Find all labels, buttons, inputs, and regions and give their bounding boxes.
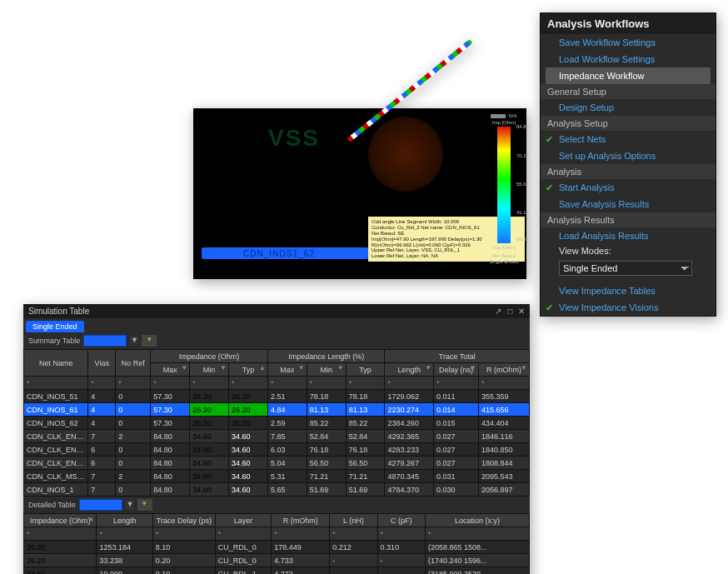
col-len-min[interactable]: Min▼ [307, 363, 346, 377]
table-row[interactable]: CDN_CLK_EN_[1]7284.8034.6034.607.8552.84… [24, 430, 530, 443]
detailed-filter-field[interactable] [79, 499, 122, 511]
section-analysis-results: Analysis Results [541, 212, 716, 227]
save-workflow-settings-link[interactable]: Save Workflow Settings [541, 34, 716, 51]
table-row[interactable]: 34.6010.0000.10CU_RDL_14.272--(3185.000 … [24, 567, 530, 575]
legend-na-swatch [491, 114, 506, 118]
dcol-layer[interactable]: Layer [215, 514, 271, 527]
check-icon: ✔ [546, 134, 553, 145]
detailed-filter-row[interactable]: ** ** ** ** [24, 527, 530, 541]
load-workflow-settings-link[interactable]: Load Workflow Settings [541, 51, 716, 67]
legend-unit: Imp [Ohm] [492, 120, 516, 125]
table-row[interactable]: 26.201253.1848.10CU_RDL_0178.4490.2120.3… [24, 541, 530, 554]
table-row[interactable]: CDN_INOS_614057.3026.2026.204.8481.1381.… [24, 403, 530, 417]
col-imp-max[interactable]: Max▼ [151, 363, 190, 377]
summary-filter-field[interactable] [83, 335, 127, 347]
colgrp-impedance: Impedance (Ohm) [151, 350, 268, 363]
col-len-max[interactable]: Max▼ [267, 363, 307, 377]
save-analysis-results-link[interactable]: Save Analysis Results [541, 196, 716, 212]
col-delay[interactable]: Delay (ns)▼ [434, 363, 479, 377]
legend-na-label: N/A [508, 113, 516, 118]
detailed-table-label: Detailed Table [28, 501, 76, 509]
dcol-length[interactable]: Length [97, 514, 152, 527]
col-no-ref[interactable]: No Ref [116, 350, 151, 377]
view-modes-label: View Modes: [541, 244, 716, 259]
dcol-impedance[interactable]: Impedance (Ohm)▲ [24, 514, 97, 527]
dcol-delay[interactable]: Trace Delay (ps) [152, 514, 215, 527]
load-analysis-results-link[interactable]: Load Analysis Results [541, 227, 716, 244]
col-net-name[interactable]: Net Name [24, 350, 88, 377]
view-modes-select[interactable]: Single Ended [559, 261, 692, 276]
simulation-table-panel: Simulation Table ↗ □ ✕ Single Ended Summ… [23, 304, 530, 574]
design-setup-link[interactable]: Design Setup [541, 99, 716, 116]
view-impedance-tables-link[interactable]: View Impedance Tables [541, 282, 716, 299]
trace-net-label: CDN_INOS1_62 [243, 249, 315, 258]
table-row[interactable]: 26.2033.2380.20CU_RDL_04.733--(1740.240 … [24, 554, 530, 567]
summary-filter-dropdown[interactable]: ▼ [130, 336, 138, 346]
col-r[interactable]: R (mOhm)▼ [478, 363, 529, 377]
analysis-workflows-panel: Analysis Workflows Save Workflow Setting… [540, 12, 716, 317]
impedance-vision-viewer[interactable]: VSS CDN_INOS1_62 Odd angle Line Segment … [193, 108, 526, 279]
col-imp-typ[interactable]: Typ▲ [229, 363, 268, 377]
detailed-table: Impedance (Ohm)▲ Length Trace Delay (ps)… [23, 513, 530, 574]
vss-text: VSS [268, 125, 320, 152]
colgrp-impedance-length: Impedance Length (%) [267, 350, 385, 363]
close-icon[interactable]: ✕ [518, 307, 525, 316]
select-nets-label: Select Nets [559, 134, 606, 144]
section-general-setup: General Setup [541, 84, 716, 99]
summary-filter-button[interactable]: ▾ [142, 335, 157, 347]
col-imp-min[interactable]: Min▼ [190, 363, 229, 377]
workflows-title: Analysis Workflows [541, 13, 716, 34]
col-len-typ[interactable]: Typ [346, 363, 385, 377]
dcol-r[interactable]: R (mOhm) [272, 514, 330, 527]
col-length[interactable]: Length▼ [385, 363, 434, 377]
start-analysis-link[interactable]: ✔ Start Analysis [541, 179, 716, 196]
maximize-icon[interactable]: □ [507, 307, 512, 316]
check-icon: ✔ [546, 302, 553, 313]
colgrp-trace-total: Trace Total [385, 350, 530, 363]
section-analysis: Analysis [541, 164, 716, 179]
col-vias[interactable]: Vias [88, 350, 116, 377]
current-workflow-item[interactable]: Impedance Workflow [546, 67, 711, 84]
table-row[interactable]: CDN_CLK_EN_[4]6084.8034.6034.605.0456.50… [24, 457, 530, 470]
select-nets-link[interactable]: ✔ Select Nets [541, 131, 716, 147]
summary-toolbar: Summary Table ▼ ▾ [23, 332, 530, 349]
dcol-l[interactable]: L (nH) [330, 514, 377, 527]
view-impedance-visions-link[interactable]: ✔ View Impedance Visions [541, 299, 716, 316]
summary-filter-row[interactable]: *** *** *** *** [24, 377, 530, 390]
setup-analysis-options-link[interactable]: Set up Analysis Options [541, 147, 716, 164]
start-analysis-label: Start Analysis [559, 182, 615, 192]
summary-table-label: Summary Table [28, 337, 80, 345]
sim-table-title: Simulation Table [28, 307, 89, 316]
view-impedance-visions-label: View Impedance Visions [559, 302, 658, 312]
via-pad [368, 117, 443, 192]
table-row[interactable]: CDN_INOS_17084.8034.6034.605.6551.6951.6… [24, 483, 530, 497]
dcol-c[interactable]: C (pF) [377, 514, 425, 527]
table-row[interactable]: CDN_CLK_EN_[2]6084.8034.6034.606.0376.18… [24, 443, 530, 457]
tab-single-ended[interactable]: Single Ended [26, 321, 84, 332]
undock-icon[interactable]: ↗ [495, 307, 501, 316]
detailed-toolbar: Detailed Table ▼ ▾ [23, 497, 530, 513]
table-row[interactable]: CDN_INOS_624057.3026.2026.202.5985.2285.… [24, 417, 530, 430]
color-legend: N/A Imp [Ohm] 84.80 70.23 55.67 41.10 26… [486, 113, 521, 264]
check-icon: ✔ [546, 182, 553, 193]
detailed-filter-dropdown[interactable]: ▼ [126, 500, 134, 510]
table-row[interactable]: CDN_INOS_514057.3026.2026.202.5178.1878.… [24, 390, 530, 403]
detailed-filter-button[interactable]: ▾ [137, 499, 152, 511]
legend-gradient: 84.80 70.23 55.67 41.10 26.20 [497, 127, 511, 243]
section-analysis-setup: Analysis Setup [541, 116, 716, 131]
summary-table: Net Name Vias No Ref Impedance (Ohm) Imp… [23, 349, 530, 497]
dcol-location[interactable]: Location (x:y) [426, 514, 530, 527]
legend-unit2: Imp [Ohm] [492, 245, 516, 250]
legend-mode: Net Based Single Ended [489, 253, 519, 264]
table-row[interactable]: CDN_CLK_MSTR7284.8034.6034.605.3171.2171… [24, 470, 530, 483]
